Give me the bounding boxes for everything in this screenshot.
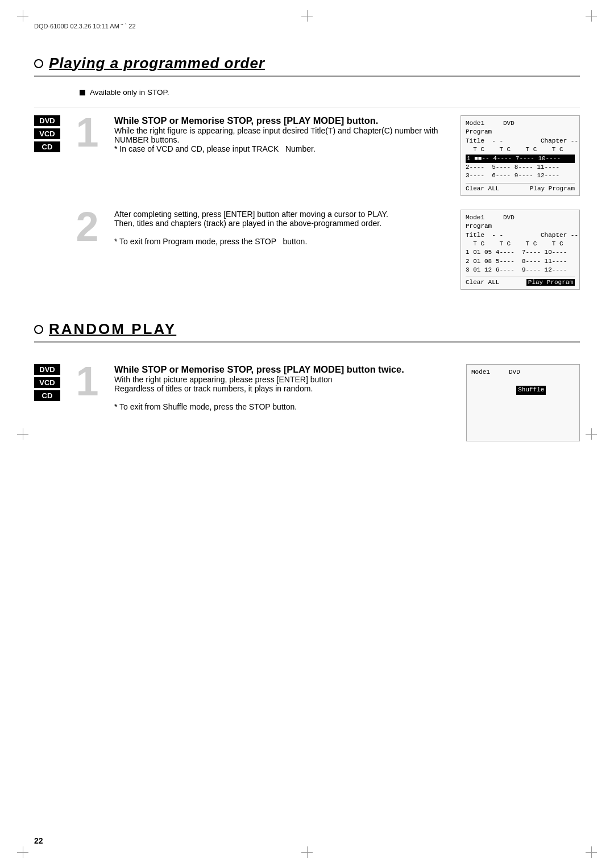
crosshair-bottom-left: [17, 846, 28, 858]
available-text: Available only in STOP.: [90, 88, 169, 97]
screen1-mockup: Mode1 DVD Program Title - - Chapter -- T…: [460, 115, 580, 196]
screen2-clear: Clear ALL: [466, 279, 499, 286]
crosshair-center-top: [301, 10, 313, 22]
crosshair-center-left: [17, 428, 28, 440]
badge-dvd: DVD: [34, 115, 60, 126]
available-notice: Available only in STOP.: [80, 88, 580, 97]
steps-and-screens-s2: 1 While STOP or Memorise STOP, press [PL…: [72, 364, 580, 455]
section1-title: Playing a programmed order: [34, 55, 580, 77]
screen2-line3: Title - - Chapter --: [466, 231, 575, 240]
header-bar: DQD-6100D 02.3.26 10:11 AM ˜ ` 22: [34, 23, 580, 32]
shuffle-highlight: Shuffle: [516, 386, 546, 394]
section2-bullet: [34, 325, 43, 334]
screen2-play: Play Program: [526, 279, 575, 286]
page-container: DQD-6100D 02.3.26 10:11 AM ˜ ` 22 Playin…: [0, 0, 614, 868]
screen-random-mockup: Mode1 DVD Shuffle: [466, 364, 580, 441]
badge-cd: CD: [34, 141, 60, 152]
screen-random-line2: Shuffle: [471, 377, 575, 403]
crosshair-center-right: [586, 428, 597, 440]
step2-inner: After completing setting, press [ENTER] …: [114, 210, 449, 246]
screen2-line2: Program: [466, 222, 575, 231]
crosshair-bottom-right: [586, 846, 597, 858]
screen-random-line1: Mode1 DVD: [471, 368, 575, 377]
screen2-line5: 1 01 05 4---- 7---- 10----: [466, 248, 575, 257]
section2-heading: RANDOM PLAY: [49, 320, 176, 338]
step2-number: 2: [72, 206, 103, 247]
step-random-body1: With the right picture appearing, please…: [114, 375, 455, 384]
screen1-line3: Title - - Chapter --: [466, 137, 575, 145]
badge-vcd-s2: VCD: [34, 377, 60, 388]
screen1-line7: 3---- 6---- 9---- 12----: [466, 172, 575, 180]
header-text: DQD-6100D 02.3.26 10:11 AM ˜ ` 22: [34, 23, 136, 30]
screen2-line6: 2 01 08 5---- 8---- 11----: [466, 257, 575, 266]
step2-body1: After completing setting, press [ENTER] …: [114, 210, 449, 219]
section1-heading: Playing a programmed order: [49, 55, 265, 72]
crosshair-center-bottom: [301, 846, 313, 858]
section1-bullet: [34, 59, 43, 68]
screen1-line4: T C T C T C T C: [466, 145, 575, 154]
crosshair-top-right: [586, 10, 597, 22]
screen1-line1: Mode1 DVD: [466, 119, 575, 128]
screen1-clear: Clear ALL: [466, 185, 499, 192]
step-random-body2: Regardless of titles or track numbers, i…: [114, 384, 455, 393]
badge-dvd-s2: DVD: [34, 364, 60, 375]
step1-inner: While STOP or Memorise STOP, press [PLAY…: [114, 115, 449, 153]
media-badges-s1: DVD VCD CD: [34, 115, 60, 152]
screen1-play: Play Program: [530, 185, 575, 192]
step1-row: 1 While STOP or Memorise STOP, press [PL…: [72, 115, 580, 196]
black-square-icon: [80, 90, 85, 95]
step2-body2: Then, titles and chapters (track) are pl…: [114, 219, 449, 228]
screen2-line7: 3 01 12 6---- 9---- 12----: [466, 266, 575, 274]
step-random-heading: While STOP or Memorise STOP, press [PLAY…: [114, 364, 455, 375]
step-random-number: 1: [72, 361, 103, 402]
screen2-bottom: Clear ALL Play Program: [466, 277, 575, 286]
step1-heading: While STOP or Memorise STOP, press [PLAY…: [114, 115, 449, 126]
step-random-inner: While STOP or Memorise STOP, press [PLAY…: [114, 364, 455, 411]
crosshair-top-left: [17, 10, 28, 22]
step2-row: 2 After completing setting, press [ENTER…: [72, 210, 580, 290]
step1-note: * In case of VCD and CD, please input TR…: [114, 144, 449, 153]
screen1-line2: Program: [466, 128, 575, 136]
step-random-row: 1 While STOP or Memorise STOP, press [PL…: [72, 364, 580, 441]
step1-number: 1: [72, 112, 103, 153]
media-badges-s2: DVD VCD CD: [34, 364, 60, 401]
section2-step1-block: DVD VCD CD 1 While STOP or Memorise STOP…: [34, 364, 580, 455]
page-number: 22: [34, 836, 43, 845]
screen1-bottom: Clear ALL Play Program: [466, 183, 575, 192]
steps-and-screens-s1: 1 While STOP or Memorise STOP, press [PL…: [72, 115, 580, 303]
section2-title: RANDOM PLAY: [34, 320, 580, 343]
step2-note: * To exit from Program mode, press the S…: [114, 237, 449, 246]
screen1-line5: 1 ■■-- 4---- 7---- 10----: [466, 155, 575, 163]
screen2-mockup: Mode1 DVD Program Title - - Chapter -- T…: [460, 210, 580, 290]
screen2-line4: T C T C T C T C: [466, 240, 575, 248]
step1-body1: While the right figure is appearing, ple…: [114, 126, 449, 144]
section1-step1-block: DVD VCD CD 1 While STOP or Memorise STOP…: [34, 115, 580, 303]
badge-cd-s2: CD: [34, 390, 60, 401]
screen2-line1: Mode1 DVD: [466, 214, 575, 222]
step-random-note: * To exit from Shuffle mode, press the S…: [114, 402, 455, 411]
screen1-line6: 2---- 5---- 8---- 11----: [466, 163, 575, 172]
badge-vcd: VCD: [34, 128, 60, 139]
